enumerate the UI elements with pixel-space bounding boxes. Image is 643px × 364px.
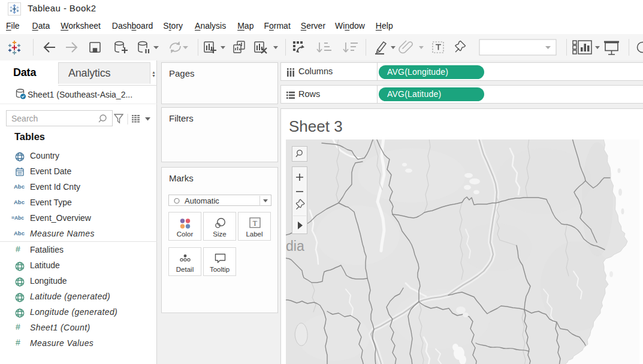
svg-text:T: T (253, 219, 258, 228)
